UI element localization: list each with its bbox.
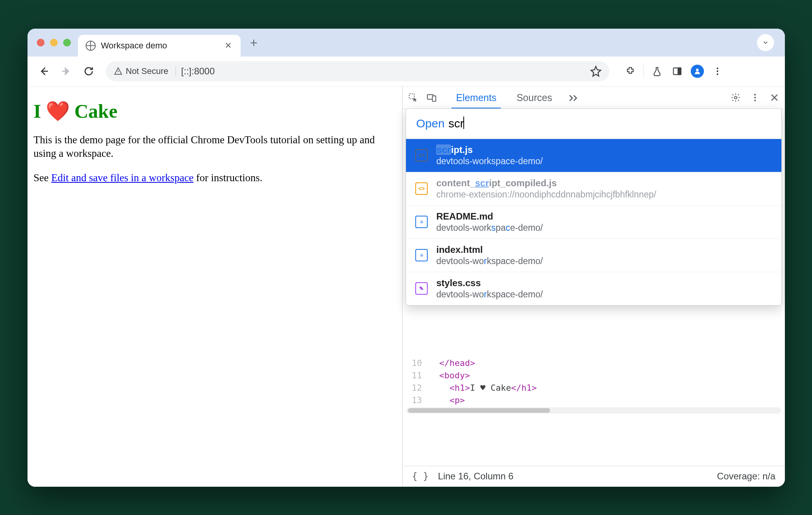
rendered-page: I ❤️ Cake This is the demo page for the …	[28, 87, 403, 487]
result-path: chrome-extension://noondiphcddnnabmjcihc…	[436, 189, 656, 200]
open-file-results: <>script.jsdevtools-workspace-demo/<>con…	[406, 139, 781, 305]
document-file-icon: ≡	[415, 249, 428, 261]
script-file-icon: <>	[415, 149, 428, 161]
svg-point-3	[716, 67, 718, 69]
svg-point-10	[754, 94, 755, 95]
tab-title: Workspace demo	[101, 41, 218, 51]
svg-rect-1	[678, 68, 681, 74]
code-line[interactable]: 13 <p>	[403, 394, 784, 407]
horizontal-scrollbar[interactable]	[406, 407, 781, 414]
open-query: scr	[449, 117, 464, 130]
new-tab-button[interactable]: ＋	[245, 34, 262, 51]
search-tabs-button[interactable]	[757, 34, 774, 51]
document-file-icon: ≡	[415, 216, 428, 228]
profile-button[interactable]	[688, 62, 707, 81]
page-paragraph-2: See Edit and save files in a workspace f…	[34, 171, 396, 185]
security-label: Not Secure	[126, 66, 169, 76]
script-file-icon: <>	[415, 182, 428, 195]
security-chip[interactable]: Not Secure	[114, 66, 176, 76]
result-filename: styles.css	[436, 278, 543, 288]
result-path: devtools-workspace-demo/	[436, 256, 543, 266]
code-text: </head>	[429, 357, 475, 369]
tab-elements[interactable]: Elements	[446, 87, 506, 109]
result-path: devtools-workspace-demo/	[436, 289, 543, 300]
devtools-body: 10 </head>11 <body>12 <h1>I ♥ Cake</h1>1…	[403, 109, 784, 466]
menu-button[interactable]	[708, 62, 727, 81]
window-close[interactable]	[37, 39, 45, 46]
open-label: Open	[416, 117, 444, 130]
svg-point-11	[754, 97, 755, 98]
browser-tab[interactable]: Workspace demo ✕	[78, 35, 241, 57]
code-line[interactable]: 11 <body>	[403, 369, 784, 382]
svg-point-2	[696, 69, 698, 71]
code-text: <h1>I ♥ Cake</h1>	[429, 382, 537, 394]
svg-rect-8	[432, 96, 436, 101]
address-bar[interactable]: Not Secure [::]:8000	[106, 61, 609, 81]
traffic-lights	[31, 39, 78, 46]
result-path: devtools-workspace-demo/	[436, 223, 543, 233]
tabs-overflow-icon[interactable]	[562, 87, 585, 109]
browser-window: Workspace demo ✕ ＋ Not Secure [::]:8000	[28, 29, 785, 487]
result-filename: README.md	[436, 211, 543, 222]
result-filename: content_script_compiled.js	[436, 178, 656, 189]
open-file-dialog: Open scr <>script.jsdevtools-workspace-d…	[406, 108, 781, 306]
line-number: 12	[403, 382, 429, 394]
code-text: <body>	[429, 369, 470, 382]
heart-icon: ❤️	[46, 100, 70, 122]
content-area: I ❤️ Cake This is the demo page for the …	[28, 87, 785, 487]
devtools-panel: Elements Sources	[402, 87, 784, 487]
divider	[643, 64, 644, 78]
line-number: 13	[403, 394, 429, 407]
svg-point-9	[734, 96, 737, 99]
open-file-result[interactable]: ✎styles.cssdevtools-workspace-demo/	[406, 272, 781, 305]
bookmark-button[interactable]	[590, 65, 602, 77]
reload-button[interactable]	[79, 62, 98, 81]
coverage-status: Coverage: n/a	[717, 471, 776, 482]
labs-button[interactable]	[648, 62, 666, 81]
tab-sources[interactable]: Sources	[506, 87, 562, 109]
device-mode-icon[interactable]	[426, 92, 437, 103]
window-minimize[interactable]	[50, 39, 58, 46]
svg-point-5	[716, 73, 718, 75]
open-file-input[interactable]: Open scr	[406, 109, 781, 139]
line-number: 11	[403, 369, 429, 382]
pretty-print-icon[interactable]: { }	[412, 471, 428, 482]
svg-point-4	[716, 70, 718, 72]
result-path: devtools-workspace-demo/	[436, 156, 543, 167]
devtools-tabbar: Elements Sources	[403, 87, 784, 109]
cursor-position: Line 16, Column 6	[438, 471, 514, 482]
line-number: 10	[403, 357, 429, 369]
window-maximize[interactable]	[63, 39, 71, 46]
stylesheet-file-icon: ✎	[415, 282, 428, 295]
tab-close-button[interactable]: ✕	[224, 41, 233, 51]
tab-strip: Workspace demo ✕ ＋	[28, 29, 785, 57]
globe-icon	[86, 41, 96, 51]
open-file-result[interactable]: <>content_script_compiled.jschrome-exten…	[406, 172, 781, 206]
result-filename: script.js	[436, 144, 543, 155]
browser-toolbar: Not Secure [::]:8000	[28, 57, 785, 87]
code-text: <p>	[429, 394, 465, 407]
open-file-result[interactable]: ≡README.mddevtools-workspace-demo/	[406, 206, 781, 239]
page-paragraph-1: This is the demo page for the official C…	[34, 133, 396, 160]
inspect-icon[interactable]	[407, 92, 419, 103]
side-panel-button[interactable]	[668, 62, 686, 81]
open-file-result[interactable]: <>script.jsdevtools-workspace-demo/	[406, 139, 781, 172]
tutorial-link[interactable]: Edit and save files in a workspace	[51, 172, 193, 184]
text-caret	[463, 117, 464, 129]
scrollbar-thumb[interactable]	[408, 408, 550, 413]
close-devtools-icon[interactable]	[769, 92, 780, 103]
extensions-button[interactable]	[621, 62, 640, 81]
kebab-menu-icon[interactable]	[749, 92, 761, 103]
result-filename: index.html	[436, 244, 543, 255]
devtools-statusbar: { } Line 16, Column 6 Coverage: n/a	[403, 466, 784, 487]
avatar-icon	[691, 65, 704, 78]
code-line[interactable]: 12 <h1>I ♥ Cake</h1>	[403, 382, 784, 394]
url-text: [::]:8000	[181, 66, 215, 77]
open-file-result[interactable]: ≡index.htmldevtools-workspace-demo/	[406, 239, 781, 272]
page-heading: I ❤️ Cake	[34, 100, 396, 122]
settings-icon[interactable]	[730, 92, 741, 103]
back-button[interactable]	[34, 62, 53, 81]
code-line[interactable]: 10 </head>	[403, 357, 784, 369]
svg-point-12	[754, 100, 755, 101]
forward-button[interactable]	[57, 62, 76, 81]
